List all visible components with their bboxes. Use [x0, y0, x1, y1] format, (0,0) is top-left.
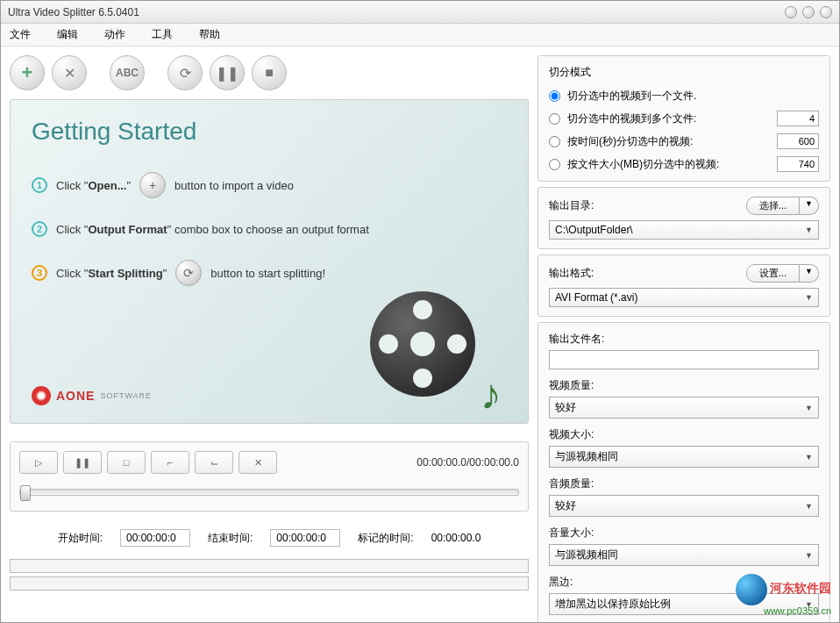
clear-marks-button[interactable]: ✕ [238, 451, 277, 474]
audio-quality-combo[interactable]: 较好 ▼ [549, 495, 819, 517]
split-seconds-input[interactable] [777, 133, 819, 149]
step-2-number: 2 [32, 221, 47, 237]
close-button[interactable] [820, 6, 832, 18]
format-settings-button[interactable]: 设置... [746, 264, 800, 283]
menu-tools[interactable]: 工具 [152, 27, 173, 42]
format-settings-dropdown[interactable]: ▼ [800, 264, 819, 283]
menu-action[interactable]: 动作 [104, 27, 125, 42]
start-time-input[interactable]: 00:00:00:0 [120, 529, 190, 547]
end-time-input[interactable]: 00:00:00:0 [270, 529, 340, 547]
toolbar: + ✕ ABC ⟳ ❚❚ ■ [10, 55, 529, 90]
player-controls: ▷ ❚❚ □ ⌐ ⌙ ✕ 00:00:00.0/00:00:00.0 [10, 441, 529, 512]
mark-out-button[interactable]: ⌙ [195, 451, 233, 474]
player-stop-button[interactable]: □ [107, 451, 146, 474]
chevron-down-icon: ▼ [805, 453, 813, 462]
seek-slider[interactable] [19, 489, 519, 496]
chevron-down-icon: ▼ [805, 404, 813, 412]
minimize-button[interactable] [785, 6, 797, 18]
volume-combo[interactable]: 与源视频相同 ▼ [549, 544, 819, 566]
film-reel-graphic: ♪ [370, 291, 493, 414]
seek-handle[interactable] [20, 485, 31, 501]
split-mode-size-radio[interactable] [549, 159, 560, 170]
aone-logo-icon [32, 386, 51, 405]
progress-bar-1 [10, 559, 529, 573]
step-1: 1 Click "Open..." + button to import a v… [32, 172, 507, 198]
progress-bar-2 [10, 576, 529, 591]
window-title: Ultra Video Splitter 6.5.0401 [8, 6, 139, 18]
preview-area: Getting Started 1 Click "Open..." + butt… [10, 99, 529, 424]
menu-file[interactable]: 文件 [10, 27, 31, 42]
mark-in-button[interactable]: ⌐ [151, 451, 189, 474]
add-button[interactable]: + [10, 55, 45, 90]
video-quality-combo[interactable]: 较好 ▼ [549, 397, 819, 419]
maximize-button[interactable] [802, 6, 815, 18]
menubar: 文件 编辑 动作 工具 帮助 [1, 24, 839, 47]
step-2: 2 Click "Output Format" combo box to cho… [32, 221, 507, 237]
output-filename-input[interactable] [549, 350, 819, 369]
split-icon: ⟳ [175, 260, 202, 286]
output-dir-group: 输出目录: 选择... ▼ C:\OutputFolder\ ▼ [537, 187, 830, 249]
play-button[interactable]: ▷ [19, 451, 58, 474]
brand-logo: AONE SOFTWARE [32, 386, 152, 405]
chevron-down-icon: ▼ [805, 600, 813, 609]
split-mode-title: 切分模式 [549, 65, 819, 80]
split-mode-time-radio[interactable] [549, 136, 560, 147]
chevron-down-icon: ▼ [805, 226, 813, 234]
border-combo[interactable]: 增加黑边以保持原始比例 ▼ [549, 593, 819, 615]
output-format-combo[interactable]: AVI Format (*.avi) ▼ [549, 288, 819, 307]
pause-button[interactable]: ❚❚ [210, 55, 245, 90]
split-mode-group: 切分模式 切分选中的视频到一个文件. 切分选中的视频到多个文件: 按时间(秒)分… [537, 55, 830, 182]
output-dir-combo[interactable]: C:\OutputFolder\ ▼ [549, 220, 819, 240]
chevron-down-icon: ▼ [805, 551, 813, 560]
player-pause-button[interactable]: ❚❚ [63, 451, 102, 474]
output-format-group: 输出格式: 设置... ▼ AVI Format (*.avi) ▼ [537, 254, 830, 317]
menu-help[interactable]: 帮助 [199, 27, 220, 42]
split-count-input[interactable] [777, 111, 819, 126]
step-3-number: 3 [32, 265, 47, 281]
split-mode-single-radio[interactable] [549, 90, 560, 102]
choose-dir-dropdown[interactable]: ▼ [800, 197, 819, 215]
step-1-number: 1 [32, 177, 47, 193]
step-3: 3 Click "Start Splitting" ⟳ button to st… [32, 260, 507, 286]
open-icon: + [139, 172, 166, 198]
chevron-down-icon: ▼ [805, 293, 813, 302]
settings-group: 输出文件名: 视频质量: 较好 ▼ 视频大小: 与源视频相同 ▼ 音频质量: 较… [537, 322, 830, 622]
video-size-combo[interactable]: 与源视频相同 ▼ [549, 446, 819, 468]
music-note-icon: ♪ [481, 370, 502, 419]
time-labels: 开始时间: 00:00:00:0 结束时间: 00:00:00:0 标记的时间:… [10, 529, 529, 547]
stop-button[interactable]: ■ [252, 55, 287, 90]
menu-edit[interactable]: 编辑 [57, 27, 78, 42]
titlebar: Ultra Video Splitter 6.5.0401 [1, 1, 839, 24]
split-mode-multi-radio[interactable] [549, 113, 560, 125]
choose-dir-button[interactable]: 选择... [746, 197, 800, 215]
delete-button[interactable]: ✕ [52, 55, 87, 90]
getting-started-title: Getting Started [32, 118, 507, 146]
chevron-down-icon: ▼ [805, 502, 813, 511]
refresh-button[interactable]: ⟳ [167, 55, 203, 90]
time-display: 00:00:00.0/00:00:00.0 [416, 456, 519, 469]
mark-time-value: 00:00:00.0 [431, 532, 481, 544]
split-mb-input[interactable] [777, 156, 819, 172]
abc-button[interactable]: ABC [110, 55, 145, 90]
